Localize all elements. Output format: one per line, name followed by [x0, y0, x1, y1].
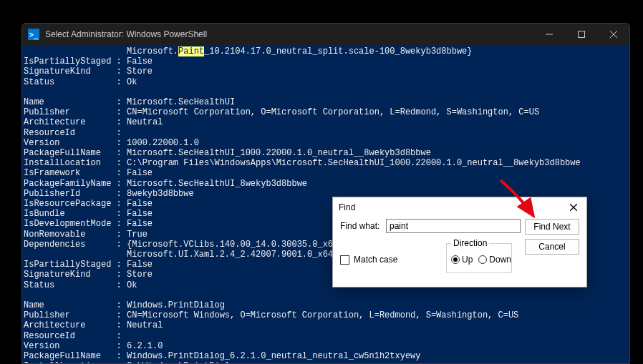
- cancel-button[interactable]: Cancel: [525, 239, 579, 255]
- titlebar[interactable]: >_ Select Administrator: Windows PowerSh…: [22, 24, 629, 45]
- find-dialog-title: Find: [339, 202, 566, 212]
- match-case-label: Match case: [354, 255, 397, 265]
- radio-up-icon: [451, 255, 460, 264]
- window-controls: [533, 24, 629, 45]
- direction-group-title: Direction: [451, 238, 489, 248]
- svg-rect-1: [578, 31, 584, 38]
- find-what-input[interactable]: [386, 219, 521, 233]
- find-dialog-body: Find what: Match case Direction Up Down …: [333, 217, 586, 287]
- powershell-icon: >_: [28, 29, 39, 40]
- find-close-button[interactable]: [566, 200, 581, 215]
- maximize-button[interactable]: [565, 24, 597, 45]
- match-case-row[interactable]: Match case: [340, 255, 397, 265]
- direction-group: Direction Up Down: [446, 243, 512, 273]
- direction-up-label: Up: [462, 255, 473, 265]
- find-what-label: Find what:: [340, 221, 382, 231]
- close-button[interactable]: [597, 24, 629, 45]
- find-dialog: Find Find what: Match case Direction Up …: [332, 197, 587, 287]
- direction-up-option[interactable]: Up: [451, 255, 473, 265]
- direction-down-label: Down: [489, 255, 511, 265]
- match-case-checkbox[interactable]: [340, 255, 349, 265]
- window-title: Select Administrator: Windows PowerShell: [45, 29, 533, 39]
- radio-down-icon: [478, 255, 487, 264]
- direction-down-option[interactable]: Down: [478, 255, 511, 265]
- find-next-button[interactable]: Find Next: [525, 219, 579, 235]
- minimize-button[interactable]: [533, 24, 565, 45]
- powershell-window: >_ Select Administrator: Windows PowerSh…: [21, 23, 630, 364]
- find-dialog-header[interactable]: Find: [333, 197, 586, 217]
